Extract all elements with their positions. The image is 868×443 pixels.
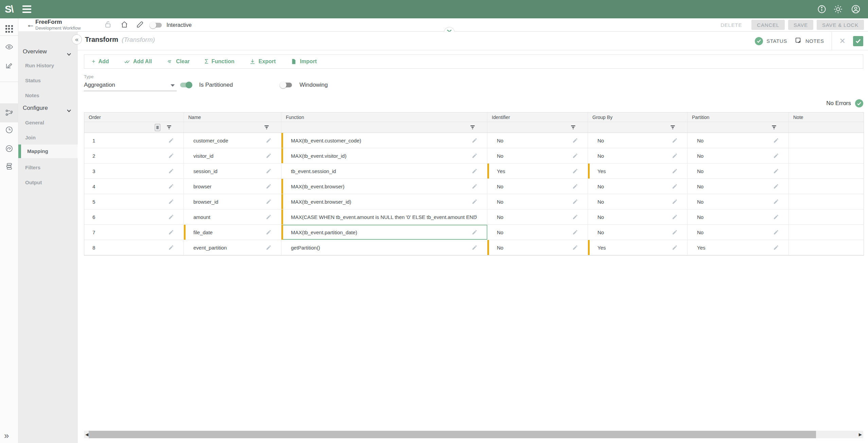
- edit-pencil-icon[interactable]: [672, 245, 678, 251]
- edit-pencil-icon[interactable]: [773, 153, 779, 159]
- edit-pencil-icon[interactable]: [168, 138, 174, 143]
- edit-pencil-icon[interactable]: [472, 184, 478, 189]
- notes-button[interactable]: NOTES: [805, 38, 824, 44]
- edit-pencil-icon[interactable]: [168, 153, 174, 159]
- edit-pencil-icon[interactable]: [472, 138, 478, 143]
- table-row[interactable]: 4 browser MAX(tb_event.browser) No No No: [84, 179, 864, 194]
- edit-pencil-icon[interactable]: [572, 138, 578, 143]
- function-button[interactable]: Σ Function: [205, 58, 235, 65]
- row-number-icon[interactable]: [155, 124, 160, 131]
- save-lock-button[interactable]: SAVE & LOCK: [817, 20, 864, 30]
- edit-pencil-icon[interactable]: [266, 199, 272, 205]
- workflow-pipeline-icon[interactable]: [5, 109, 13, 117]
- type-select[interactable]: Aggregation: [84, 82, 177, 91]
- edit-pencil-icon[interactable]: [168, 214, 174, 220]
- edit-pencil-icon[interactable]: [472, 153, 478, 159]
- table-row[interactable]: 8 event_partition getPartition() No Yes …: [84, 240, 864, 255]
- table-row[interactable]: 3 session_id tb_event.session_id Yes Yes…: [84, 164, 864, 179]
- sidebar-item-filters[interactable]: Filters: [18, 161, 77, 174]
- table-row[interactable]: 5 browser_id MAX(tb_event.browser_id) No…: [84, 194, 864, 209]
- windowing-toggle[interactable]: [280, 83, 292, 87]
- edit-pencil-icon[interactable]: [672, 168, 678, 174]
- edit-pencil-icon[interactable]: [672, 153, 678, 159]
- table-row[interactable]: 6 amount MAX(CASE WHEN tb_event.amount i…: [84, 209, 864, 225]
- data-layers-icon[interactable]: [5, 162, 13, 170]
- sidebar-item-status[interactable]: Status: [18, 74, 77, 87]
- add-button[interactable]: + Add: [92, 58, 109, 65]
- import-button[interactable]: Import: [291, 58, 317, 65]
- home-icon[interactable]: [120, 20, 128, 29]
- settings-gear-icon[interactable]: [833, 4, 843, 14]
- edit-pencil-icon[interactable]: [168, 184, 174, 189]
- scrollbar-thumb[interactable]: [89, 431, 816, 438]
- edit-pencil-icon[interactable]: [572, 199, 578, 205]
- col-order[interactable]: Order: [84, 113, 184, 122]
- filter-icon[interactable]: [670, 125, 676, 130]
- sidebar-item-notes[interactable]: Notes: [18, 89, 77, 102]
- delete-button[interactable]: DELETE: [714, 22, 748, 28]
- filter-icon[interactable]: [166, 125, 172, 130]
- horizontal-scrollbar[interactable]: ◀ ▶: [84, 431, 863, 438]
- edit-pencil-icon[interactable]: [572, 245, 578, 251]
- edit-pencil-icon[interactable]: [773, 199, 779, 205]
- edit-pencil-icon[interactable]: [572, 214, 578, 220]
- edit-pencil-icon[interactable]: [672, 199, 678, 205]
- chevron-down-icon[interactable]: [67, 107, 71, 110]
- edit-pencil-icon[interactable]: [266, 168, 272, 174]
- sidebar-item-join[interactable]: Join: [18, 131, 77, 144]
- status-button[interactable]: STATUS: [766, 38, 787, 44]
- is-partitioned-toggle[interactable]: [180, 83, 192, 87]
- edit-pencil-icon[interactable]: [773, 229, 779, 235]
- scroll-right-icon[interactable]: ▶: [859, 432, 862, 437]
- sidebar-item-mapping[interactable]: Mapping: [18, 144, 77, 158]
- col-function[interactable]: Function: [281, 113, 487, 122]
- edit-pencil-icon[interactable]: [773, 214, 779, 220]
- edit-pencil-icon[interactable]: [773, 138, 779, 143]
- edit-pencil-icon[interactable]: [168, 245, 174, 251]
- filter-icon[interactable]: [570, 125, 576, 130]
- view-eye-icon[interactable]: [5, 43, 13, 51]
- edit-pencil-icon[interactable]: [672, 229, 678, 235]
- edit-compose-icon[interactable]: [5, 61, 13, 69]
- back-arrow-icon[interactable]: ←: [27, 20, 35, 29]
- edit-pencil-icon[interactable]: [472, 199, 478, 205]
- edit-pencil-icon[interactable]: [572, 229, 578, 235]
- edit-pencil-icon[interactable]: [572, 153, 578, 159]
- edit-pencil-icon[interactable]: [168, 199, 174, 205]
- filter-icon[interactable]: [470, 125, 475, 130]
- edit-pencil-icon[interactable]: [168, 229, 174, 235]
- cancel-button[interactable]: CANCEL: [751, 20, 785, 30]
- save-button[interactable]: SAVE: [788, 20, 813, 30]
- edit-pencil-icon[interactable]: [773, 245, 779, 251]
- edit-pencil-icon[interactable]: [266, 229, 272, 235]
- menu-icon[interactable]: [22, 5, 31, 13]
- edit-pencil-icon[interactable]: [773, 168, 779, 174]
- history-clock-icon[interactable]: [5, 126, 13, 134]
- apply-check-button[interactable]: [853, 36, 863, 46]
- table-row[interactable]: 2 visitor_id MAX(tb_event.visitor_id) No…: [84, 148, 864, 164]
- close-icon[interactable]: ✕: [839, 37, 846, 46]
- edit-pencil-icon[interactable]: [472, 214, 478, 220]
- edit-pencil-icon[interactable]: [266, 138, 272, 143]
- filter-icon[interactable]: [771, 125, 777, 130]
- edit-pencil-icon[interactable]: [472, 168, 478, 174]
- sidebar-section-overview[interactable]: Overview: [23, 48, 47, 55]
- edit-pencil-icon[interactable]: [266, 214, 272, 220]
- chevron-down-icon[interactable]: [67, 51, 71, 54]
- add-all-button[interactable]: Add All: [124, 58, 152, 65]
- table-row[interactable]: 7 file_date MAX(tb_event.partition_date)…: [84, 225, 864, 240]
- collapse-left-icon[interactable]: «: [72, 34, 82, 45]
- interactive-toggle[interactable]: [150, 23, 162, 28]
- edit-pencil-icon[interactable]: [472, 245, 478, 251]
- expand-rail-icon[interactable]: »: [4, 430, 9, 441]
- sidebar-section-configure[interactable]: Configure: [23, 105, 48, 112]
- edit-pencil-icon[interactable]: [773, 184, 779, 189]
- table-row[interactable]: 1 customer_code MAX(tb_event.customer_co…: [84, 133, 864, 148]
- col-group-by[interactable]: Group By: [588, 113, 688, 122]
- edit-pencil-icon[interactable]: [266, 184, 272, 189]
- edit-pencil-icon[interactable]: [572, 184, 578, 189]
- edit-pencil-icon[interactable]: [168, 168, 174, 174]
- edit-pencil-icon[interactable]: [472, 229, 478, 235]
- account-icon[interactable]: [851, 4, 861, 14]
- scroll-left-icon[interactable]: ◀: [85, 432, 88, 437]
